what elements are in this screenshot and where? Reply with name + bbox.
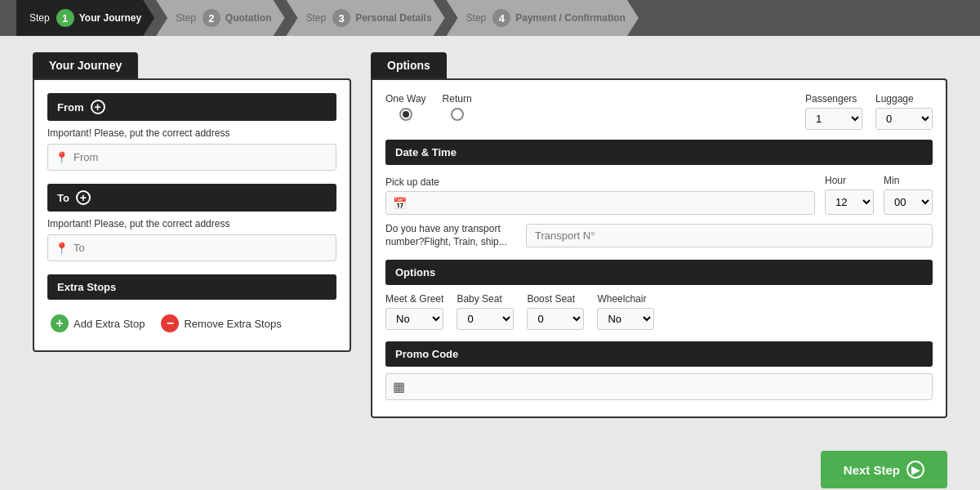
options-tab: Options bbox=[371, 52, 447, 78]
remove-icon: − bbox=[161, 314, 179, 332]
date-input-wrapper: 📅 bbox=[385, 191, 815, 215]
to-plus-icon[interactable]: + bbox=[76, 190, 91, 205]
your-journey-tab: Your Journey bbox=[33, 52, 138, 78]
step-word: Step bbox=[306, 12, 327, 24]
wheelchair-group: Wheelchair No Yes bbox=[597, 293, 654, 330]
step-2[interactable]: Step 2 Quotation bbox=[156, 0, 284, 36]
extra-stops-header: Extra Stops bbox=[47, 274, 336, 300]
meet-greet-select[interactable]: No Yes bbox=[385, 308, 443, 330]
one-way-option[interactable]: One Way bbox=[385, 93, 426, 121]
transport-row: Do you have any transport number?Flight,… bbox=[385, 223, 933, 248]
step-2-number: 2 bbox=[203, 9, 220, 27]
remove-extra-stop-button[interactable]: − Remove Extra Stops bbox=[161, 314, 281, 332]
add-extra-stop-button[interactable]: + Add Extra Stop bbox=[51, 314, 145, 332]
from-address-note: Important! Please, put the correct addre… bbox=[47, 127, 336, 139]
min-group: Min 00 15 30 45 bbox=[884, 175, 933, 215]
passengers-group: Passengers 1 2 3 4 5 6 bbox=[805, 93, 862, 130]
step-word: Step bbox=[29, 12, 50, 24]
stepper: Step 1 Your Journey Step 2 Quotation Ste… bbox=[0, 0, 980, 36]
transport-label: Do you have any transport number?Flight,… bbox=[385, 223, 516, 248]
min-select[interactable]: 00 15 30 45 bbox=[884, 189, 933, 215]
step-4-number: 4 bbox=[492, 9, 510, 27]
baby-seat-group: Baby Seat 0 1 2 bbox=[457, 293, 514, 330]
promo-input-wrapper: ▦ bbox=[385, 373, 933, 400]
left-panel: Your Journey From + Important! Please, p… bbox=[33, 52, 351, 418]
step-word: Step bbox=[466, 12, 487, 24]
transport-input[interactable] bbox=[526, 224, 933, 247]
boost-seat-label: Boost Seat bbox=[527, 293, 584, 305]
pickup-date-label: Pick up date bbox=[385, 176, 815, 188]
return-option[interactable]: Return bbox=[443, 93, 472, 121]
passengers-luggage-row: Passengers 1 2 3 4 5 6 Luggage bbox=[805, 93, 933, 130]
to-address-note: Important! Please, put the correct addre… bbox=[47, 218, 336, 229]
step-1-number: 1 bbox=[56, 9, 74, 27]
step-3[interactable]: Step 3 Personal Details bbox=[287, 0, 445, 36]
meet-greet-group: Meet & Greet No Yes bbox=[385, 293, 443, 330]
step-3-number: 3 bbox=[332, 9, 350, 27]
baby-seat-label: Baby Seat bbox=[457, 293, 514, 305]
next-step-arrow-icon: ▶ bbox=[906, 461, 924, 479]
pickup-date-input[interactable] bbox=[413, 192, 808, 214]
luggage-select[interactable]: 0 1 2 3 4 bbox=[875, 108, 933, 130]
passengers-select[interactable]: 1 2 3 4 5 6 bbox=[805, 108, 862, 130]
add-icon: + bbox=[51, 314, 69, 332]
barcode-icon: ▦ bbox=[393, 379, 405, 394]
main-content: Your Journey From + Important! Please, p… bbox=[0, 36, 980, 434]
footer-actions: Next Step ▶ bbox=[0, 434, 980, 490]
step-1[interactable]: Step 1 Your Journey bbox=[16, 0, 154, 36]
step-4-label: Payment / Confirmation bbox=[515, 12, 626, 24]
luggage-label: Luggage bbox=[875, 93, 933, 105]
from-input-wrapper: 📍 bbox=[47, 144, 336, 171]
from-input[interactable] bbox=[74, 145, 329, 170]
to-input-wrapper: 📍 bbox=[47, 234, 336, 261]
hour-select[interactable]: 12 00 01 02 06 09 13 18 23 bbox=[825, 189, 874, 215]
return-label: Return bbox=[443, 93, 472, 105]
to-pin-icon: 📍 bbox=[55, 242, 69, 255]
step-2-label: Quotation bbox=[225, 12, 272, 24]
luggage-group: Luggage 0 1 2 3 4 bbox=[875, 93, 933, 130]
baby-seat-select[interactable]: 0 1 2 bbox=[457, 308, 514, 330]
one-way-label: One Way bbox=[385, 93, 426, 105]
datetime-header: Date & Time bbox=[385, 140, 933, 165]
right-panel: Options One Way Return Passengers 1 bbox=[371, 52, 947, 418]
top-options-row: One Way Return Passengers 1 2 3 4 bbox=[385, 93, 933, 130]
to-section-header: To + bbox=[47, 184, 336, 212]
options-panel-box: One Way Return Passengers 1 2 3 4 bbox=[371, 78, 947, 418]
boost-seat-group: Boost Seat 0 1 2 bbox=[527, 293, 584, 330]
boost-seat-select[interactable]: 0 1 2 bbox=[527, 308, 584, 330]
promo-header: Promo Code bbox=[385, 341, 933, 367]
wheelchair-label: Wheelchair bbox=[597, 293, 654, 305]
extra-stops-actions: + Add Extra Stop − Remove Extra Stops bbox=[47, 310, 336, 337]
step-4[interactable]: Step 4 Payment / Confirmation bbox=[447, 0, 639, 36]
step-word: Step bbox=[176, 12, 196, 24]
options-selects: Meet & Greet No Yes Baby Seat 0 1 2 Boos bbox=[385, 293, 933, 330]
to-input[interactable] bbox=[74, 235, 329, 261]
return-radio[interactable] bbox=[451, 108, 464, 121]
from-plus-icon[interactable]: + bbox=[91, 100, 105, 114]
hour-label: Hour bbox=[825, 175, 874, 186]
min-label: Min bbox=[884, 175, 933, 186]
hour-group: Hour 12 00 01 02 06 09 13 18 23 bbox=[825, 175, 874, 215]
pickup-date-group: Pick up date 📅 bbox=[385, 176, 815, 215]
from-section-header: From + bbox=[47, 93, 336, 121]
promo-input[interactable] bbox=[412, 374, 925, 399]
wheelchair-select[interactable]: No Yes bbox=[597, 308, 654, 330]
options-sub-header: Options bbox=[385, 260, 933, 285]
meet-greet-label: Meet & Greet bbox=[385, 293, 443, 305]
datetime-row: Pick up date 📅 Hour 12 00 01 02 06 09 bbox=[385, 175, 933, 215]
step-3-label: Personal Details bbox=[355, 12, 431, 24]
calendar-icon: 📅 bbox=[393, 197, 407, 210]
passengers-label: Passengers bbox=[805, 93, 862, 105]
next-step-button[interactable]: Next Step ▶ bbox=[821, 451, 947, 488]
one-way-radio[interactable] bbox=[399, 108, 412, 121]
step-1-label: Your Journey bbox=[79, 12, 141, 24]
journey-panel-box: From + Important! Please, put the correc… bbox=[33, 78, 351, 352]
from-pin-icon: 📍 bbox=[55, 151, 69, 164]
